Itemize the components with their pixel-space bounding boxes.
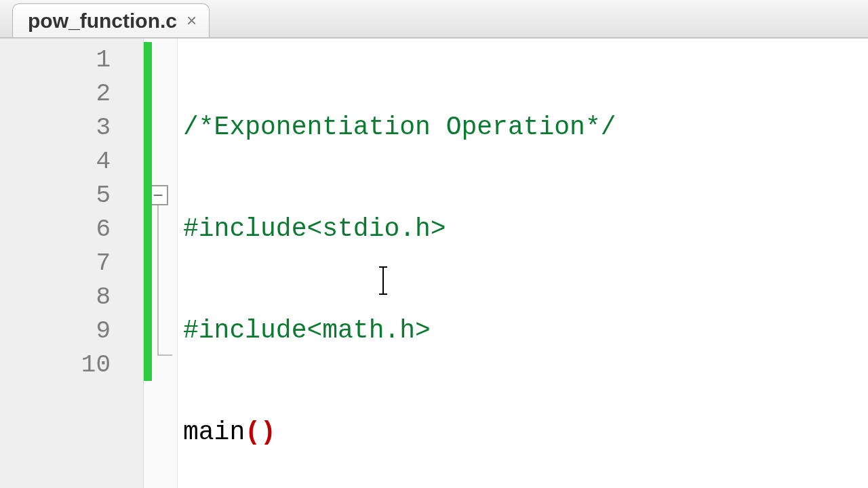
code-area[interactable]: /*Exponentiation Operation*/ #include<st… xyxy=(178,39,868,488)
paren: () xyxy=(245,418,276,447)
preprocessor: #include<stdio.h> xyxy=(183,214,446,243)
line-number: 6 xyxy=(0,212,143,246)
close-icon[interactable]: × xyxy=(186,10,197,31)
line-number: 5 xyxy=(0,178,143,212)
line-number: 8 xyxy=(0,280,143,314)
line-number: 3 xyxy=(0,110,143,144)
comment: /*Exponentiation Operation*/ xyxy=(183,113,616,142)
line-number: 2 xyxy=(0,77,143,110)
code-line: #include<stdio.h> xyxy=(178,212,868,246)
mouse-cursor-ibeam xyxy=(382,266,384,295)
line-number-gutter: 1 2 3 4 5 6 7 8 9 10 xyxy=(0,39,144,488)
line-number: 1 xyxy=(0,43,143,77)
tab-bar: pow_function.c × xyxy=(0,0,868,38)
change-marker xyxy=(144,42,152,381)
editor: 1 2 3 4 5 6 7 8 9 10 − /*Exponentiation … xyxy=(0,38,868,488)
code-line: #include<math.h> xyxy=(178,314,868,348)
line-number: 7 xyxy=(0,246,143,280)
file-tab[interactable]: pow_function.c × xyxy=(12,3,210,37)
code-line: /*Exponentiation Operation*/ xyxy=(178,110,868,144)
line-number: 4 xyxy=(0,144,143,178)
identifier: main xyxy=(183,418,245,447)
code-line: main() xyxy=(178,415,868,449)
line-number: 10 xyxy=(0,348,143,382)
fold-guide xyxy=(157,205,159,354)
minus-icon: − xyxy=(153,186,163,204)
tab-filename: pow_function.c xyxy=(28,9,177,33)
line-number: 9 xyxy=(0,314,143,348)
preprocessor: #include<math.h> xyxy=(183,316,431,345)
fold-guide-end xyxy=(157,354,172,356)
